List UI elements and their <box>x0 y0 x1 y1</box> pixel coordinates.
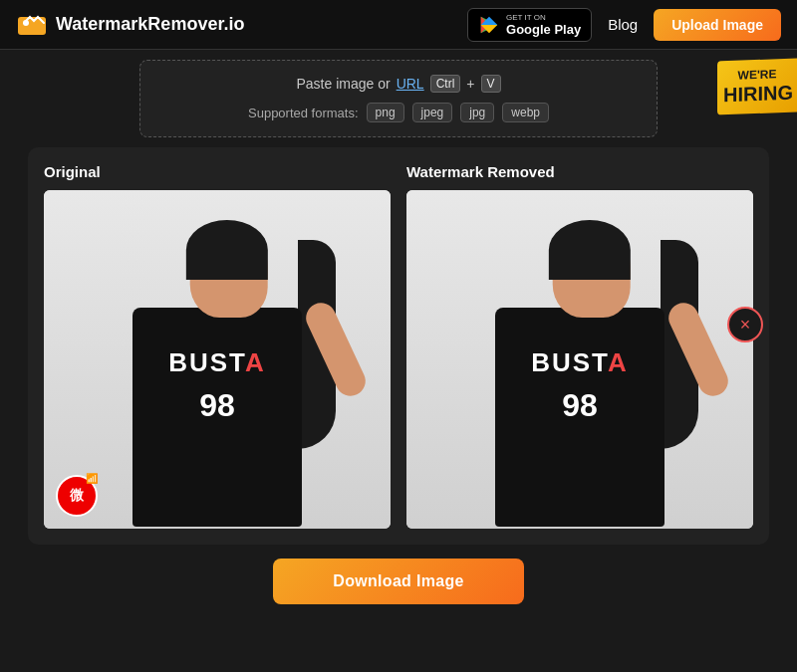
wifi-icon: 📶 <box>86 473 98 484</box>
logo-text: WatermarkRemover.io <box>56 14 244 35</box>
formats-row: Supported formats: png jpeg jpg webp <box>160 103 637 122</box>
comparison-grid: Original BUS <box>44 163 753 529</box>
header-right: GET IT ON Google Play Blog Upload Image <box>467 8 781 42</box>
google-play-icon <box>478 14 500 36</box>
upload-image-button[interactable]: Upload Image <box>654 9 781 41</box>
format-png: png <box>367 103 404 122</box>
kbd-plus: + <box>466 76 474 92</box>
google-play-text: GET IT ON Google Play <box>506 13 581 37</box>
upload-area[interactable]: Paste image or URL Ctrl + V Supported fo… <box>139 60 658 137</box>
shirt-2: BUSTA 98 <box>495 308 664 527</box>
watermark-icon: 微 📶 <box>56 475 98 517</box>
shirt-text-number: 98 <box>152 387 282 424</box>
original-label: Original <box>44 163 391 180</box>
removed-panel: Watermark Removed BUSTA 98 <box>406 163 753 529</box>
hair-top-2 <box>549 220 631 280</box>
kbd-ctrl: Ctrl <box>430 75 461 93</box>
shirt-text-bust: BUSTA <box>152 347 282 378</box>
close-button[interactable]: × <box>727 307 763 342</box>
format-jpg: jpg <box>460 103 494 122</box>
logo-icon <box>16 9 48 41</box>
logo-area: WatermarkRemover.io <box>16 9 244 41</box>
shirt-text-number-2: 98 <box>515 387 645 424</box>
watermark-symbol: 微 <box>70 487 84 505</box>
removed-label: Watermark Removed <box>406 163 753 180</box>
supported-formats-label: Supported formats: <box>248 106 359 120</box>
original-person: BUSTA 98 微 📶 <box>44 190 391 529</box>
format-webp: webp <box>502 103 549 122</box>
format-jpeg: jpeg <box>412 103 453 122</box>
url-link[interactable]: URL <box>397 76 424 92</box>
paste-row: Paste image or URL Ctrl + V <box>160 75 637 93</box>
removed-person: BUSTA 98 <box>406 190 753 529</box>
shirt-text-bust-2: BUSTA <box>515 347 645 378</box>
hiring-badge-text: WE'RE HIRING <box>717 59 797 115</box>
download-button[interactable]: Download Image <box>273 559 523 604</box>
paste-text: Paste image or <box>296 76 390 92</box>
kbd-v: V <box>481 75 501 93</box>
svg-point-1 <box>23 20 29 26</box>
blog-link[interactable]: Blog <box>608 16 638 33</box>
original-image: BUSTA 98 微 📶 <box>44 190 391 529</box>
header: WatermarkRemover.io GET IT ON Google Pla… <box>0 0 797 50</box>
original-panel: Original BUS <box>44 163 391 529</box>
google-play-button[interactable]: GET IT ON Google Play <box>467 8 592 42</box>
shirt: BUSTA 98 <box>133 308 302 527</box>
hiring-badge[interactable]: WE'RE HIRING <box>717 60 797 113</box>
hair-top <box>186 220 268 280</box>
comparison-area: Original BUS <box>28 147 769 545</box>
removed-image: BUSTA 98 <box>406 190 753 529</box>
download-area: Download Image <box>0 559 797 604</box>
